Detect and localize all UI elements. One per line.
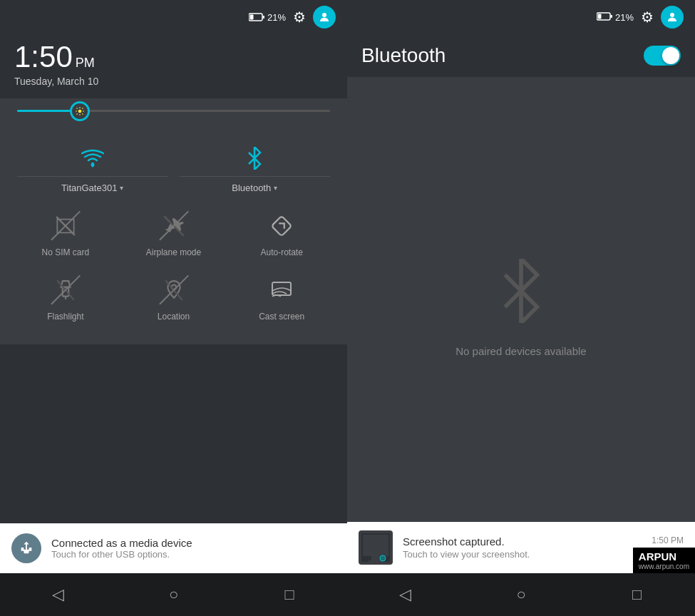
right-back-button[interactable]: ◁ <box>388 580 423 609</box>
left-status-bar: 21% ⚙ <box>0 0 347 34</box>
quick-tiles-row1: No SIM card Airplane mode <box>0 199 347 269</box>
bt-dropdown-icon[interactable]: ▾ <box>274 184 277 192</box>
bluetooth-toggle[interactable] <box>644 46 681 66</box>
bluetooth-control[interactable]: Bluetooth ▾ <box>174 135 336 199</box>
right-home-button[interactable]: ○ <box>503 580 539 609</box>
svg-point-4 <box>78 109 81 113</box>
svg-point-3 <box>322 13 326 17</box>
usb-notif-text: Connected as a media device Touch for ot… <box>51 537 192 560</box>
right-status-bar: 21% ⚙ <box>347 0 695 34</box>
tile-location[interactable]: Location <box>120 274 228 322</box>
airplane-icon <box>158 210 190 242</box>
right-avatar[interactable] <box>661 6 684 29</box>
time-section: 1:50 PM Tuesday, March 10 <box>0 34 347 98</box>
toggle-knob <box>662 47 679 64</box>
right-panel: 21% ⚙ Bluetooth No pair <box>347 0 695 573</box>
svg-rect-22 <box>272 282 291 295</box>
flashlight-label: Flashlight <box>47 312 83 322</box>
bluetooth-icon <box>237 140 272 176</box>
usb-icon <box>11 533 41 563</box>
left-home-button[interactable]: ○ <box>156 580 192 609</box>
tile-cast[interactable]: Cast screen <box>227 274 336 322</box>
watermark: ARPUN www.arpun.com <box>633 548 695 573</box>
usb-notif-title: Connected as a media device <box>51 537 192 549</box>
right-battery-pct: 21% <box>615 12 634 23</box>
auto-rotate-label: Auto-rotate <box>260 247 302 257</box>
quick-tiles-row2: Flashlight Location <box>0 269 347 333</box>
url-text: www.arpun.com <box>639 563 689 570</box>
left-recent-button[interactable]: □ <box>272 580 307 609</box>
left-back-button[interactable]: ◁ <box>40 580 76 609</box>
ampm-display: PM <box>76 56 95 71</box>
screenshot-title: Screenshot captured. <box>403 535 505 548</box>
cast-icon <box>266 274 297 306</box>
location-label: Location <box>158 312 190 322</box>
left-settings-icon[interactable]: ⚙ <box>293 9 306 26</box>
right-nav: ◁ ○ □ <box>348 573 696 616</box>
flashlight-icon <box>50 274 81 306</box>
wifi-icon <box>75 140 110 176</box>
brightness-thumb[interactable] <box>70 101 90 121</box>
controls-section: TitanGate301 ▾ Bluetooth ▾ <box>0 123 347 344</box>
svg-line-11 <box>82 108 83 108</box>
bluetooth-title: Bluetooth <box>361 44 446 67</box>
usb-notif-sub: Touch for other USB options. <box>51 549 192 560</box>
bluetooth-header: Bluetooth <box>347 34 695 77</box>
svg-point-13 <box>91 163 94 167</box>
svg-rect-16 <box>272 216 292 236</box>
svg-rect-2 <box>249 15 253 20</box>
airplane-label: Airplane mode <box>146 247 201 257</box>
screenshot-time: 1:50 PM <box>652 535 684 545</box>
no-sim-icon <box>50 210 81 242</box>
bluetooth-label: Bluetooth <box>232 183 271 193</box>
right-battery: 21% <box>597 11 634 24</box>
svg-rect-24 <box>610 15 612 18</box>
right-settings-icon[interactable]: ⚙ <box>641 9 654 26</box>
brand-text: ARPUN <box>639 550 689 563</box>
tile-airplane[interactable]: Airplane mode <box>120 210 228 257</box>
right-recent-button[interactable]: □ <box>619 580 655 609</box>
left-avatar[interactable] <box>313 6 336 29</box>
screenshot-preview <box>359 530 393 565</box>
svg-rect-25 <box>597 14 601 19</box>
usb-notification[interactable]: Connected as a media device Touch for ot… <box>0 523 347 573</box>
screenshot-thumb <box>359 530 393 565</box>
wifi-label: TitanGate301 <box>61 183 117 193</box>
tile-auto-rotate[interactable]: Auto-rotate <box>227 210 336 257</box>
svg-rect-1 <box>262 16 264 19</box>
bottom-nav: ◁ ○ □ ◁ ○ □ <box>0 573 695 616</box>
svg-rect-29 <box>371 556 380 560</box>
brightness-section <box>0 98 347 123</box>
svg-line-12 <box>76 113 77 114</box>
no-sim-label: No SIM card <box>41 247 89 257</box>
location-icon <box>158 274 190 306</box>
wifi-dropdown-icon[interactable]: ▾ <box>120 184 123 192</box>
svg-line-9 <box>76 108 77 108</box>
bluetooth-content: No paired devices available <box>347 77 695 539</box>
left-battery: 21% <box>249 12 286 23</box>
no-devices-text: No paired devices available <box>455 345 586 357</box>
tile-no-sim[interactable]: No SIM card <box>11 210 120 257</box>
left-battery-pct: 21% <box>267 12 286 23</box>
wifi-control[interactable]: TitanGate301 ▾ <box>11 135 174 199</box>
tile-flashlight[interactable]: Flashlight <box>11 274 120 322</box>
svg-point-26 <box>670 13 674 17</box>
left-nav: ◁ ○ □ <box>0 573 348 616</box>
svg-point-31 <box>380 555 386 561</box>
cast-label: Cast screen <box>259 312 304 322</box>
svg-line-10 <box>82 113 83 114</box>
bluetooth-large-icon <box>496 259 546 334</box>
left-panel: 21% ⚙ 1:50 PM Tuesday, March 10 <box>0 0 347 573</box>
svg-rect-28 <box>363 535 388 556</box>
auto-rotate-icon <box>266 210 297 242</box>
brightness-track[interactable] <box>17 110 330 112</box>
time-display: 1:50 <box>14 40 73 74</box>
date-display: Tuesday, March 10 <box>14 76 333 87</box>
